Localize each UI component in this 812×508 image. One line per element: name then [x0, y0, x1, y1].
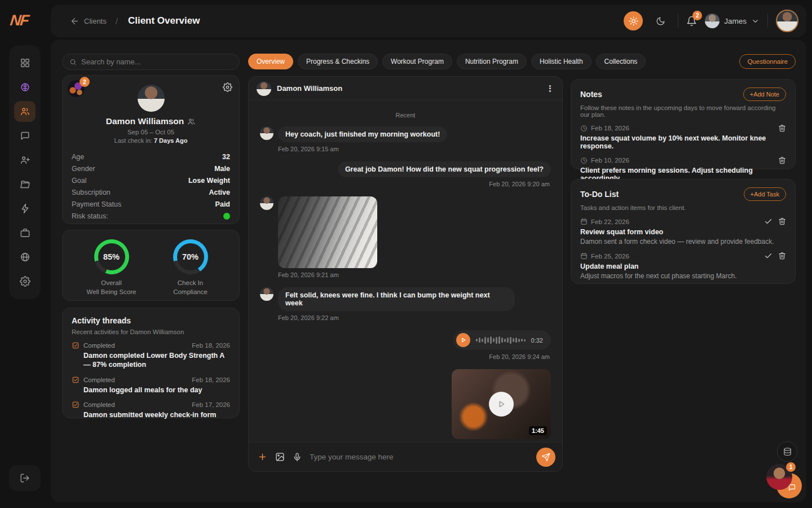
complete-task-button[interactable] [764, 217, 773, 226]
compliance-percent: 70% [173, 239, 208, 274]
tab-overview[interactable]: Overview [248, 54, 293, 69]
image-icon [275, 452, 285, 462]
voice-waveform [476, 336, 526, 345]
note-date: Feb 10, 2026 [591, 157, 629, 164]
header-bar: Clients / Client Overview 2 James [51, 5, 806, 37]
sidebar-item-messages[interactable] [14, 125, 36, 146]
tab-collections[interactable]: Collections [596, 54, 646, 69]
back-arrow-icon[interactable] [70, 16, 80, 26]
send-button[interactable] [536, 448, 555, 467]
activity-item[interactable]: CompletedFeb 18, 2026 Damon completed Lo… [72, 341, 230, 370]
tab-holistic-health[interactable]: Holistic Health [531, 54, 592, 69]
video-attachment[interactable]: 1:45 [452, 369, 551, 439]
client-name: Damon Williamson [106, 116, 184, 126]
sidebar-item-dashboard[interactable] [14, 52, 36, 73]
activity-item[interactable]: CompletedFeb 17, 2026 Damon submitted we… [72, 401, 230, 419]
clients-icon [20, 106, 30, 117]
voice-message[interactable]: 0:32 [453, 330, 551, 350]
sidebar-item-clients[interactable] [14, 101, 36, 122]
search-input[interactable] [81, 58, 232, 66]
header-actions: 2 James [624, 10, 798, 32]
completed-check-icon [72, 401, 80, 409]
notifications-button[interactable]: 2 [686, 16, 697, 27]
clients-group-icon[interactable] [187, 117, 196, 126]
task-title: Update meal plan [580, 262, 786, 270]
group-avatar-badge: 2 [80, 77, 90, 87]
task-item: Feb 25, 2026 Update meal plan Adjust mac… [580, 252, 786, 280]
attach-button[interactable] [258, 452, 267, 462]
chat-header: Damon Williamson ⋮ [249, 77, 562, 100]
user-avatar [705, 14, 720, 28]
folder-icon [20, 179, 30, 190]
complete-task-button[interactable] [764, 252, 773, 260]
tab-progress-checkins[interactable]: Progress & Checkins [298, 54, 378, 69]
tab-workout-program[interactable]: Workout Program [382, 54, 452, 69]
section-tabs: Overview Progress & Checkins Workout Pro… [248, 54, 646, 69]
header-divider [767, 14, 768, 28]
logout-icon [20, 473, 30, 483]
delete-task-button[interactable] [778, 252, 786, 260]
client-search[interactable] [62, 54, 240, 70]
delete-note-button[interactable] [778, 156, 786, 164]
globe-icon [20, 252, 30, 262]
dashboard-icon [20, 58, 30, 68]
trash-icon [778, 156, 786, 164]
client-last-checkin: Last check in: 7 Days Ago [72, 137, 230, 144]
breadcrumb-clients[interactable]: Clients [84, 17, 107, 25]
trash-icon [778, 217, 786, 225]
trash-icon [778, 124, 786, 132]
message-bubble[interactable]: Hey coach, just finished my morning work… [278, 126, 447, 142]
clock-icon [580, 125, 588, 132]
delete-note-button[interactable] [778, 124, 786, 132]
questionnaire-button[interactable]: Questionnaire [739, 54, 796, 69]
message-incoming: Hey coach, just finished my morning work… [260, 126, 551, 142]
chat-panel: Damon Williamson ⋮ Recent Hey coach, jus… [248, 76, 563, 472]
light-mode-button[interactable] [624, 11, 643, 30]
chat-contact-avatar [257, 81, 271, 96]
add-note-button[interactable]: +Add Note [743, 87, 786, 101]
activity-item[interactable]: CompletedFeb 18, 2026 Damon logged all m… [72, 376, 230, 395]
voice-record-button[interactable] [293, 453, 302, 462]
sidebar-item-add-client[interactable] [14, 150, 36, 170]
image-upload-button[interactable] [275, 452, 285, 462]
message-input[interactable] [310, 453, 528, 461]
chat-input-bar [249, 442, 562, 471]
message-incoming-image [260, 196, 551, 268]
tab-nutrition-program[interactable]: Nutrition Program [457, 54, 527, 69]
add-task-button[interactable]: +Add Task [744, 187, 786, 201]
coach-avatar[interactable] [776, 10, 798, 32]
breadcrumb-separator: / [116, 16, 118, 26]
scores-card: 85% OverallWell Being Score 70% Check In… [62, 230, 240, 301]
delete-task-button[interactable] [778, 217, 786, 226]
logout-button[interactable] [9, 465, 41, 491]
app-logo[interactable]: NF [10, 9, 44, 32]
support-chat-badge: 1 [786, 462, 796, 472]
sidebar-item-files[interactable] [14, 174, 36, 195]
user-menu[interactable]: James [705, 14, 760, 28]
sidebar-item-settings[interactable] [14, 271, 36, 292]
chat-messages[interactable]: Recent Hey coach, just finished my morni… [249, 100, 562, 442]
check-icon [764, 217, 773, 226]
data-widget-button[interactable] [777, 441, 797, 462]
header-divider [678, 14, 678, 28]
client-settings-button[interactable] [223, 82, 232, 92]
sidebar-item-business[interactable] [14, 222, 36, 243]
risk-status-indicator [223, 213, 230, 220]
sidebar-item-automations[interactable] [14, 198, 36, 219]
voice-duration: 0:32 [531, 337, 543, 344]
message-avatar [260, 126, 273, 140]
sidebar-item-web[interactable] [14, 247, 36, 268]
note-item: Feb 18, 2026 Increase squat volume by 10… [580, 124, 786, 150]
message-bubble[interactable]: Great job Damon! How did the new squat p… [338, 161, 551, 177]
activity-title: Activity threads [72, 316, 230, 325]
message-outgoing-voice: 0:32 [260, 330, 551, 350]
sidebar-item-ai[interactable] [14, 77, 36, 98]
client-field-goal: GoalLose Weight [72, 174, 230, 186]
message-bubble[interactable]: Felt solid, knees were fine. I think I c… [278, 287, 515, 311]
play-voice-button[interactable] [456, 333, 470, 347]
play-video-button[interactable] [489, 392, 514, 417]
chat-menu-button[interactable]: ⋮ [546, 84, 554, 94]
dark-mode-button[interactable] [651, 11, 670, 30]
message-time: Feb 20, 2026 9:21 am [278, 271, 551, 278]
gym-photo-attachment[interactable] [278, 196, 377, 268]
